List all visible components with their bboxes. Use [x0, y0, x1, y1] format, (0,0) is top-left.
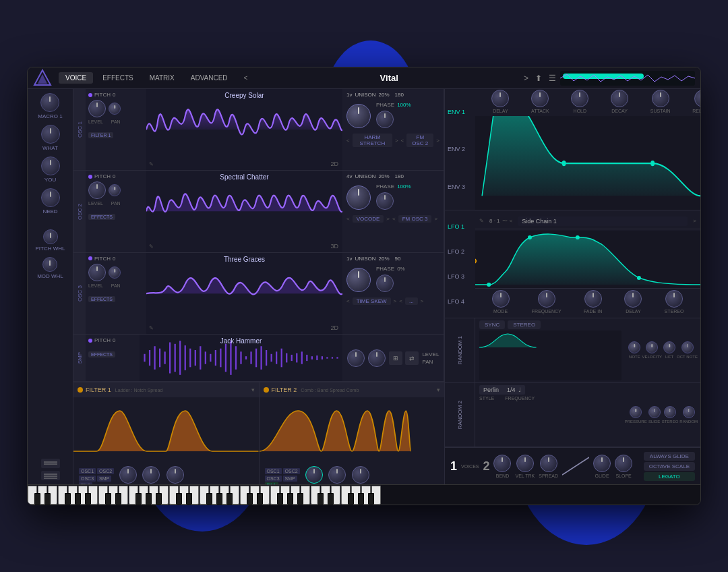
osc1-next2-btn[interactable]: >	[436, 138, 439, 144]
always-glide-btn[interactable]: ALWAYS GLIDE	[644, 452, 695, 461]
piano-black-key[interactable]	[226, 493, 233, 505]
filter2-expand-btn[interactable]: ▾	[437, 387, 440, 393]
mod-whl-knob[interactable]	[42, 257, 57, 272]
filter2-osc3-btn[interactable]: OSC3	[265, 476, 282, 482]
r2-random-knob[interactable]	[683, 406, 695, 418]
filter2-osc2-btn[interactable]: OSC2	[283, 468, 300, 474]
osc1-unison-knob[interactable]	[346, 104, 371, 128]
r2-pressure-knob[interactable]	[630, 406, 642, 418]
random1-stereo-btn[interactable]: STEREO	[508, 320, 541, 329]
lfo-delay-knob[interactable]	[624, 290, 642, 308]
legato-btn[interactable]: LEGATO	[644, 472, 695, 481]
osc3-unison-knob[interactable]	[346, 268, 371, 292]
osc3-next2-btn[interactable]: >	[421, 298, 424, 304]
nav-right-btn[interactable]: >	[524, 74, 528, 83]
piano-black-key[interactable]	[328, 493, 334, 505]
piano-black-key[interactable]	[348, 493, 354, 505]
filter2-cut-knob[interactable]	[305, 466, 323, 484]
env-sustain-knob[interactable]	[652, 90, 669, 107]
osc2-active-dot[interactable]	[88, 175, 92, 179]
tab-voice[interactable]: VOICE	[59, 72, 93, 84]
veltrk-knob[interactable]	[516, 455, 534, 472]
osc1-phase-knob[interactable]	[376, 111, 394, 128]
env1-label[interactable]: ENV 1	[448, 109, 473, 115]
piano-black-key[interactable]	[44, 493, 51, 505]
osc1-prev2-btn[interactable]: <	[401, 138, 404, 144]
osc2-filter-btn[interactable]: EFFECTS	[88, 214, 115, 220]
macro-you-knob[interactable]	[41, 156, 60, 175]
filter1-expand-btn[interactable]: ▾	[251, 387, 255, 393]
pattern-btn-1[interactable]	[41, 459, 60, 468]
glide-slope-visual[interactable]	[562, 456, 589, 476]
osc1-pan-knob[interactable]	[109, 103, 121, 115]
piano-black-key[interactable]	[135, 493, 142, 505]
osc2-next-btn[interactable]: >	[386, 216, 390, 222]
osc1-edit-icon[interactable]: ✎	[149, 161, 154, 167]
piano-black-key[interactable]	[34, 493, 40, 505]
lfo-freq-knob[interactable]	[538, 290, 555, 308]
menu-btn[interactable]: ☰	[549, 74, 556, 83]
macro-what-knob[interactable]	[41, 125, 60, 144]
lfo-prev-btn[interactable]: <	[510, 218, 513, 224]
osc1-active-dot[interactable]	[88, 93, 92, 97]
pattern-btn-2[interactable]	[41, 471, 60, 480]
lfo-stereo-knob[interactable]	[665, 290, 683, 308]
smp-pan-knob[interactable]	[368, 349, 386, 367]
osc3-active-dot[interactable]	[88, 256, 92, 260]
piano-black-key[interactable]	[105, 493, 111, 505]
r1-vel-knob[interactable]	[646, 341, 658, 353]
osc2-bottom-left-btn[interactable]: VOCODE	[353, 215, 384, 223]
lfo-draw-icon[interactable]: ✎	[479, 218, 484, 224]
piano-black-key[interactable]	[176, 493, 182, 505]
osc3-next-btn[interactable]: >	[394, 298, 397, 304]
filter1-osc2-btn[interactable]: OSC2	[97, 468, 114, 474]
piano-black-key[interactable]	[75, 493, 81, 505]
smp-active-dot[interactable]	[88, 339, 92, 343]
tab-matrix[interactable]: MATRIX	[143, 72, 181, 84]
r2-slide-knob[interactable]	[648, 406, 661, 418]
env2-label[interactable]: ENV 2	[448, 146, 473, 152]
osc1-bottom-right-btn[interactable]: FM OSC 2	[406, 134, 433, 147]
osc3-phase-knob[interactable]	[376, 275, 394, 292]
filter2-keytrk-knob[interactable]	[352, 466, 369, 484]
env-decay-knob[interactable]	[611, 90, 628, 107]
r2-stereo-knob[interactable]	[664, 406, 676, 418]
filter1-osc1-btn[interactable]: OSC1	[79, 468, 96, 474]
lfo-next-btn[interactable]: >	[693, 218, 696, 224]
env-hold-knob[interactable]	[571, 90, 588, 107]
tab-advanced[interactable]: ADVANCED	[184, 72, 235, 84]
piano-black-key[interactable]	[115, 493, 121, 505]
macro-need-knob[interactable]	[41, 188, 60, 207]
osc3-pan-knob[interactable]	[109, 266, 121, 279]
octave-scale-btn[interactable]: OCTAVE SCALE	[644, 462, 695, 471]
glide-knob[interactable]	[593, 455, 611, 472]
env-delay-knob[interactable]	[491, 90, 509, 107]
env-attack-knob[interactable]	[531, 90, 549, 107]
filter2-fil1-btn[interactable]: FIL1	[265, 482, 278, 484]
spread-knob[interactable]	[540, 455, 557, 472]
lfo1-label[interactable]: LFO 1	[448, 223, 473, 230]
slope-knob[interactable]	[615, 455, 632, 472]
osc2-level-knob[interactable]	[88, 181, 106, 199]
osc3-edit-icon[interactable]: ✎	[149, 325, 154, 331]
piano-black-key[interactable]	[297, 493, 303, 505]
piano-black-key[interactable]	[368, 493, 374, 505]
filter1-mix-knob[interactable]	[142, 466, 160, 484]
osc2-next2-btn[interactable]: >	[434, 216, 437, 222]
piano-black-key[interactable]	[247, 493, 253, 505]
r1-note-knob[interactable]	[628, 341, 640, 353]
osc2-prev2-btn[interactable]: <	[392, 216, 396, 222]
piano-black-key[interactable]	[317, 493, 324, 505]
piano-black-key[interactable]	[358, 493, 364, 505]
piano-black-key[interactable]	[277, 493, 283, 505]
piano-black-key[interactable]	[216, 493, 222, 505]
filter1-smp-btn[interactable]: SMP	[97, 476, 111, 482]
lfo2-label[interactable]: LFO 2	[448, 248, 473, 255]
piano-black-key[interactable]	[287, 493, 293, 505]
osc3-filter-btn[interactable]: EFFECTS	[88, 296, 115, 302]
smp-shuffle-btn[interactable]: ⇄	[405, 351, 419, 365]
piano-black-key[interactable]	[65, 493, 71, 505]
osc1-filter-btn[interactable]: FILTER 1	[88, 132, 113, 138]
random1-label[interactable]: RANDOM 1	[457, 336, 463, 364]
osc1-next-btn[interactable]: >	[395, 138, 398, 144]
